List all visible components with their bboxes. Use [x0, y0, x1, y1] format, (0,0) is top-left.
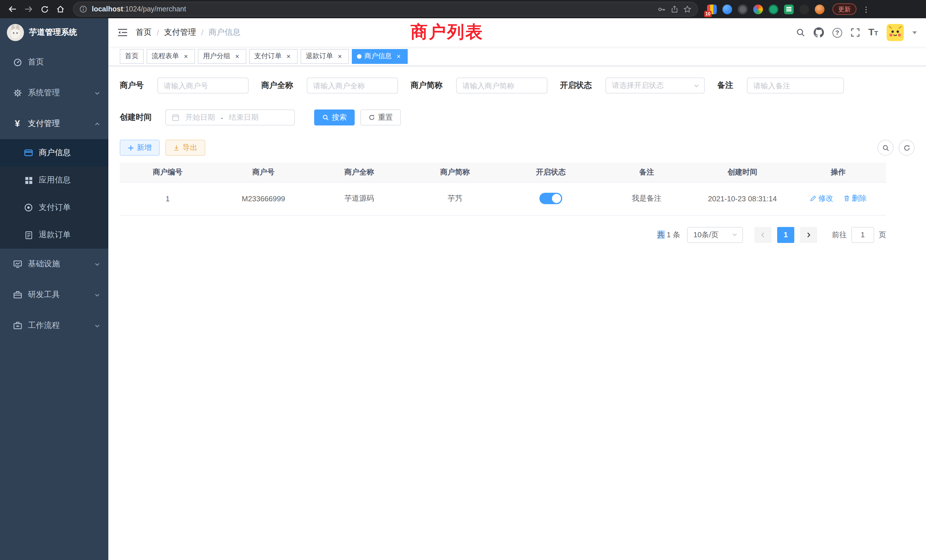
- add-button[interactable]: 新增: [120, 140, 160, 156]
- github-icon[interactable]: [814, 27, 824, 38]
- app-logo[interactable]: 芋道管理系统: [0, 18, 108, 47]
- help-icon[interactable]: [832, 28, 842, 37]
- cell-actions: 修改 删除: [790, 182, 886, 215]
- tab-refund-order[interactable]: 退款订单: [301, 49, 349, 64]
- toolbar-right: [878, 140, 915, 156]
- table-row: 1 M233666999 芋道源码 芋艿 我是备注 2021-10-23 08:…: [120, 182, 886, 215]
- close-icon[interactable]: [395, 52, 402, 60]
- search-button[interactable]: 搜索: [314, 109, 355, 126]
- close-icon[interactable]: [233, 52, 241, 60]
- sidebar-item-app-info[interactable]: 应用信息: [0, 166, 108, 194]
- short-name-input[interactable]: [456, 77, 548, 94]
- date-range-picker[interactable]: 开始日期 - 结束日期: [165, 109, 295, 126]
- col-remark: 备注: [599, 162, 694, 182]
- extension-pinwheel-icon[interactable]: [799, 4, 809, 14]
- sidebar-item-refund-order[interactable]: 退款订单: [0, 221, 108, 249]
- page-content: 商户号 商户全称 商户简称 开启状态 请选择开启状态: [108, 66, 926, 243]
- breadcrumb-home[interactable]: 首页: [136, 27, 152, 38]
- navbar: 首页 / 支付管理 / 商户信息: [108, 18, 926, 47]
- field-label: 商户全称: [261, 80, 293, 91]
- extension-green-check-icon[interactable]: [769, 4, 778, 14]
- full-name-input[interactable]: [307, 77, 398, 94]
- export-button[interactable]: 导出: [165, 140, 205, 156]
- tab-process-form[interactable]: 流程表单: [147, 49, 195, 64]
- breadcrumb-separator: /: [157, 28, 159, 37]
- sidebar-item-label: 首页: [28, 57, 44, 67]
- field-label: 商户简称: [410, 80, 442, 91]
- edit-label: 修改: [818, 193, 833, 204]
- search-icon: [882, 144, 889, 151]
- font-size-icon[interactable]: [869, 27, 878, 38]
- browser-menu-icon[interactable]: [862, 5, 870, 14]
- sidebar-item-workflow[interactable]: 工作流程: [0, 310, 108, 341]
- sidebar-item-infra[interactable]: 基础设施: [0, 249, 108, 279]
- extension-bars-icon[interactable]: 10: [707, 4, 717, 14]
- date-end-placeholder: 结束日期: [229, 112, 259, 123]
- sidebar-item-merchant-info[interactable]: 商户信息: [0, 139, 108, 166]
- cell-merchant-id: 1: [120, 182, 216, 215]
- user-avatar[interactable]: [887, 24, 904, 41]
- site-info-icon[interactable]: [79, 5, 87, 13]
- current-page-button[interactable]: 1: [777, 227, 794, 243]
- close-icon[interactable]: [182, 52, 190, 60]
- filter-create-time: 创建时间 开始日期 - 结束日期: [120, 109, 295, 126]
- chevron-down-icon: [94, 292, 100, 298]
- status-toggle[interactable]: [539, 193, 562, 204]
- extension-gray-icon[interactable]: [738, 4, 747, 14]
- tab-pay-order[interactable]: 支付订单: [249, 49, 298, 64]
- cell-status: [503, 182, 599, 215]
- toggle-search-button[interactable]: [878, 140, 894, 156]
- breadcrumb-payment[interactable]: 支付管理: [164, 27, 196, 38]
- status-select[interactable]: 请选择开启状态: [605, 77, 705, 94]
- delete-link[interactable]: 删除: [843, 193, 867, 204]
- password-key-icon[interactable]: [657, 5, 666, 14]
- page-size-select[interactable]: 10条/页: [687, 227, 743, 243]
- sidebar-menu: 首页 系统管理 支付管理: [0, 47, 108, 341]
- bookmark-star-icon[interactable]: [683, 5, 691, 14]
- browser-profile-avatar[interactable]: [815, 4, 825, 14]
- jump-page-input[interactable]: [851, 227, 874, 243]
- extension-notes-icon[interactable]: [784, 4, 794, 14]
- grid-icon: [24, 176, 33, 185]
- chevron-up-icon: [94, 121, 100, 127]
- tab-label: 用户分组: [203, 51, 230, 61]
- tab-home[interactable]: 首页: [120, 49, 144, 64]
- header-search-icon[interactable]: [796, 28, 805, 37]
- merchant-table: 商户编号 商户号 商户全称 商户简称 开启状态 备注 创建时间 操作 1 M23…: [120, 162, 886, 215]
- extension-colorwheel-icon[interactable]: [753, 4, 763, 14]
- chrome-update-button[interactable]: 更新: [832, 3, 856, 15]
- avatar-caret-icon[interactable]: [912, 31, 917, 34]
- tab-user-group[interactable]: 用户分组: [198, 49, 246, 64]
- share-icon[interactable]: [670, 5, 679, 13]
- close-icon[interactable]: [336, 52, 344, 60]
- tab-merchant-info[interactable]: 商户信息: [352, 49, 408, 64]
- back-icon[interactable]: [6, 2, 20, 16]
- col-full-name: 商户全称: [311, 162, 407, 182]
- extension-drop-icon[interactable]: [722, 4, 732, 14]
- sidebar-toggle-icon[interactable]: [118, 28, 128, 37]
- forward-icon[interactable]: [22, 2, 35, 16]
- reload-icon[interactable]: [38, 2, 51, 16]
- sidebar-item-system[interactable]: 系统管理: [0, 77, 108, 108]
- refresh-table-button[interactable]: [899, 140, 915, 156]
- sidebar-item-devtools[interactable]: 研发工具: [0, 279, 108, 310]
- table-header-row: 商户编号 商户号 商户全称 商户简称 开启状态 备注 创建时间 操作: [120, 162, 886, 182]
- total-highlight: 共: [657, 230, 664, 239]
- sidebar-item-payment[interactable]: 支付管理: [0, 108, 108, 139]
- sidebar-item-home[interactable]: 首页: [0, 47, 108, 77]
- fullscreen-icon[interactable]: [851, 28, 860, 37]
- remark-input[interactable]: [747, 77, 844, 94]
- tab-label: 流程表单: [152, 51, 179, 61]
- close-icon[interactable]: [284, 52, 292, 60]
- next-page-button[interactable]: [800, 227, 817, 243]
- reset-button[interactable]: 重置: [360, 109, 401, 126]
- address-bar[interactable]: localhost:1024/pay/merchant: [73, 2, 698, 17]
- sidebar-item-label: 系统管理: [28, 88, 60, 98]
- field-label: 商户号: [120, 80, 144, 91]
- edit-link[interactable]: 修改: [809, 193, 833, 204]
- prev-page-button[interactable]: [754, 227, 772, 243]
- trash-icon: [843, 195, 850, 202]
- home-icon[interactable]: [54, 2, 67, 16]
- merchant-no-input[interactable]: [157, 77, 249, 94]
- sidebar-item-pay-order[interactable]: 支付订单: [0, 194, 108, 221]
